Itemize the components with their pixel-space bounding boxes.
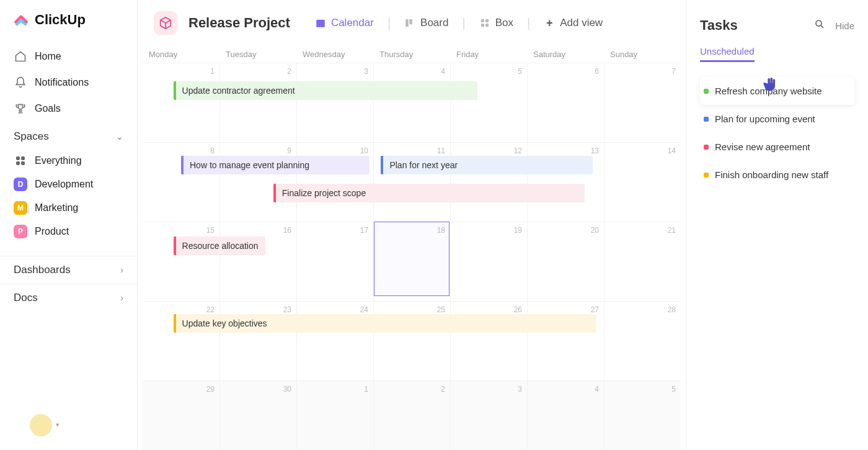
search-icon[interactable] xyxy=(814,19,825,32)
avatar-menu-caret[interactable]: ▾ xyxy=(56,421,60,429)
svg-point-3 xyxy=(816,20,822,26)
event-label: Resource allocation xyxy=(182,241,259,251)
view-label: Box xyxy=(495,17,513,29)
hide-button[interactable]: Hide xyxy=(835,20,854,31)
nav-notifications[interactable]: Notifications xyxy=(10,70,127,96)
logo[interactable]: ClickUp xyxy=(0,11,137,43)
weekday-header: Monday Tuesday Wednesday Thursday Friday… xyxy=(143,46,681,63)
date: 2 xyxy=(441,385,445,394)
dashboards-section[interactable]: Dashboards › xyxy=(0,256,137,284)
view-board[interactable]: Board xyxy=(402,13,451,33)
trophy-icon xyxy=(14,102,27,115)
view-label: Board xyxy=(420,17,448,29)
task-label: Revise new agreement xyxy=(715,142,810,152)
space-label: Product xyxy=(35,226,69,237)
weekday: Friday xyxy=(450,50,527,59)
spaces-header[interactable]: Spaces ⌄ xyxy=(0,122,137,149)
task-upcoming-event[interactable]: Plan for upcoming event xyxy=(700,105,854,133)
date: 16 xyxy=(283,226,291,235)
view-calendar[interactable]: Calendar xyxy=(312,13,376,33)
task-refresh-website[interactable]: Refresh company website xyxy=(700,77,854,105)
date: 12 xyxy=(514,146,522,155)
nav-label: Home xyxy=(35,51,61,62)
nav-home[interactable]: Home xyxy=(10,43,127,70)
space-badge: P xyxy=(14,225,27,238)
space-product[interactable]: P Product xyxy=(0,220,137,243)
date: 1 xyxy=(364,385,368,394)
view-label: Calendar xyxy=(331,17,374,29)
date: 13 xyxy=(591,146,599,155)
view-box[interactable]: Box xyxy=(477,13,516,33)
date: 26 xyxy=(514,305,522,314)
date: 9 xyxy=(287,146,291,155)
space-everything[interactable]: Everything xyxy=(0,149,137,173)
date: 21 xyxy=(668,226,676,235)
task-label: Plan for upcoming event xyxy=(715,114,815,124)
task-onboarding-staff[interactable]: Finish onboarding new staff xyxy=(700,161,854,189)
event-resource-allocation[interactable]: Resource allocation xyxy=(174,236,266,255)
event-next-year[interactable]: Plan for next year xyxy=(381,156,592,174)
date: 10 xyxy=(360,146,368,155)
svg-rect-1 xyxy=(405,19,409,27)
date: 30 xyxy=(283,385,291,394)
logo-text: ClickUp xyxy=(35,12,86,28)
svg-rect-2 xyxy=(409,19,412,24)
calendar-grid[interactable]: 1 2 3 4 5 6 7 8 9 10 11 12 13 14 15 16 1… xyxy=(143,63,681,450)
date: 29 xyxy=(206,385,215,394)
separator: | xyxy=(527,16,530,30)
weekday: Monday xyxy=(143,50,219,59)
task-revise-agreement[interactable]: Revise new agreement xyxy=(700,133,854,161)
project-icon[interactable] xyxy=(154,11,177,35)
task-color xyxy=(704,117,709,122)
date: 17 xyxy=(360,226,368,235)
spaces-label: Spaces xyxy=(14,130,49,143)
date: 14 xyxy=(668,146,676,155)
svg-rect-0 xyxy=(316,20,325,27)
event-event-planning[interactable]: How to manage event planning xyxy=(181,156,370,174)
separator: | xyxy=(388,16,391,30)
task-color xyxy=(704,89,709,94)
date: 3 xyxy=(518,385,522,394)
date: 2 xyxy=(287,67,291,76)
chevron-right-icon: › xyxy=(120,293,123,303)
date: 24 xyxy=(360,305,368,314)
main-area: Release Project Calendar | Board | Box |… xyxy=(138,0,686,450)
section-label: Docs xyxy=(14,292,38,304)
event-label: Plan for next year xyxy=(389,160,458,170)
task-label: Refresh company website xyxy=(715,86,822,96)
date: 3 xyxy=(364,67,368,76)
event-label: How to manage event planning xyxy=(190,160,309,170)
nav-goals[interactable]: Goals xyxy=(10,96,127,122)
space-marketing[interactable]: M Marketing xyxy=(0,196,137,220)
box-icon xyxy=(479,17,490,29)
event-key-objectives[interactable]: Update key objectives xyxy=(174,314,596,333)
nav-label: Notifications xyxy=(35,77,89,88)
view-label: Add view xyxy=(560,17,603,29)
date: 11 xyxy=(437,146,445,155)
user-avatar[interactable] xyxy=(30,414,52,436)
space-development[interactable]: D Development xyxy=(0,173,137,196)
logo-icon xyxy=(12,11,30,29)
date: 28 xyxy=(668,305,676,314)
nav-label: Goals xyxy=(35,103,61,114)
docs-section[interactable]: Docs › xyxy=(0,284,137,312)
date: 20 xyxy=(591,226,599,235)
date: 1 xyxy=(210,67,215,76)
sidebar: ClickUp Home Notifications Goals Spaces … xyxy=(0,0,138,450)
add-view[interactable]: + Add view xyxy=(541,13,605,33)
event-update-contractor[interactable]: Update contractor agreement xyxy=(174,81,477,100)
everything-icon xyxy=(14,154,27,168)
date: 7 xyxy=(671,67,676,76)
date: 4 xyxy=(595,385,599,394)
weekday: Sunday xyxy=(604,50,681,59)
weekday: Saturday xyxy=(527,50,604,59)
event-finalize-scope[interactable]: Finalize project scope xyxy=(273,184,585,202)
date: 25 xyxy=(437,305,445,314)
space-badge: D xyxy=(14,178,27,191)
space-label: Marketing xyxy=(35,202,78,214)
tasks-panel: Tasks Hide Unscheduled Refresh company w… xyxy=(686,0,868,450)
date: 22 xyxy=(206,305,215,314)
board-icon xyxy=(404,17,415,29)
task-color xyxy=(704,173,709,178)
unscheduled-tab[interactable]: Unscheduled xyxy=(700,46,755,62)
